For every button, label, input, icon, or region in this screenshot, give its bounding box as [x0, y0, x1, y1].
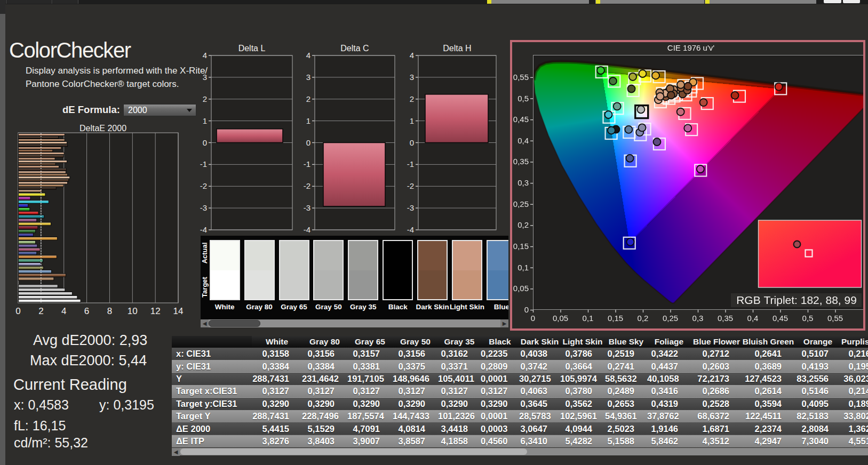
- svg-text:2: 2: [203, 94, 207, 103]
- svg-text:0: 0: [203, 138, 207, 147]
- svg-text:4: 4: [203, 51, 207, 60]
- svg-text:12: 12: [150, 306, 161, 316]
- svg-text:-3: -3: [407, 203, 414, 212]
- svg-text:-2: -2: [304, 181, 310, 190]
- svg-text:-1: -1: [407, 159, 414, 169]
- svg-text:DeltaE 2000: DeltaE 2000: [79, 124, 126, 133]
- svg-text:-1: -1: [200, 159, 207, 169]
- svg-text:-4: -4: [407, 225, 414, 234]
- svg-text:-1: -1: [304, 159, 310, 169]
- svg-text:-2: -2: [407, 181, 414, 190]
- svg-text:2: 2: [306, 94, 310, 103]
- svg-text:4: 4: [410, 51, 414, 60]
- svg-text:3: 3: [306, 73, 310, 82]
- svg-text:2: 2: [410, 94, 414, 103]
- svg-text:1: 1: [410, 116, 414, 125]
- svg-text:3: 3: [203, 73, 207, 82]
- svg-text:4: 4: [306, 51, 310, 60]
- svg-text:10: 10: [128, 306, 138, 316]
- svg-text:3: 3: [410, 73, 414, 82]
- svg-text:0: 0: [410, 138, 414, 147]
- svg-text:4: 4: [61, 306, 66, 316]
- svg-text:Delta H: Delta H: [443, 44, 471, 53]
- svg-text:-4: -4: [304, 225, 310, 234]
- svg-text:-2: -2: [200, 181, 207, 190]
- svg-text:Delta L: Delta L: [238, 44, 266, 53]
- svg-text:-3: -3: [304, 203, 310, 212]
- svg-text:0: 0: [15, 306, 20, 316]
- svg-text:Delta C: Delta C: [340, 44, 369, 53]
- svg-text:8: 8: [107, 306, 112, 316]
- svg-text:14: 14: [173, 306, 184, 316]
- svg-text:0: 0: [306, 138, 310, 147]
- svg-text:6: 6: [84, 306, 89, 316]
- svg-text:2: 2: [38, 306, 43, 316]
- svg-text:-3: -3: [200, 203, 207, 212]
- svg-text:-4: -4: [200, 225, 207, 234]
- svg-text:1: 1: [203, 116, 207, 125]
- svg-text:1: 1: [306, 116, 310, 125]
